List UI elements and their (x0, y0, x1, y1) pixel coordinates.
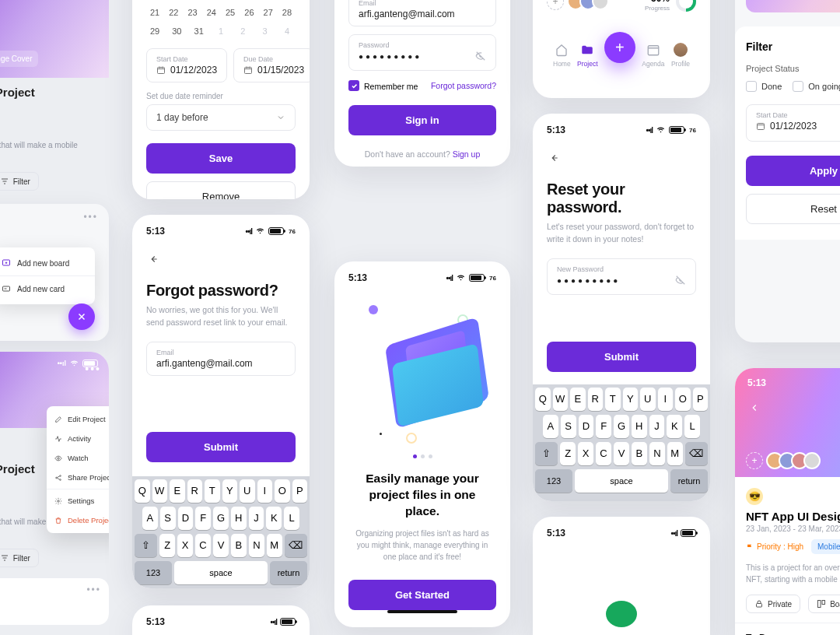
shift-key[interactable]: ⇧ (135, 534, 157, 557)
return-key[interactable]: return (270, 561, 307, 584)
key-f[interactable]: F (596, 415, 611, 438)
key-u[interactable]: U (640, 388, 656, 411)
private-button[interactable]: Private (746, 595, 800, 613)
mic-icon[interactable]: 🎤 (688, 501, 703, 502)
key-n[interactable]: N (649, 442, 665, 465)
space-key[interactable]: space (575, 469, 668, 493)
keyboard[interactable]: QWERTYUIOP ASDFGHJKL ⇧ZXCVBNM⌫ 123spacer… (533, 384, 710, 502)
filter-button[interactable]: Filter (0, 172, 39, 191)
key-t[interactable]: T (205, 479, 220, 503)
key-l[interactable]: L (284, 507, 299, 530)
return-key[interactable]: return (670, 469, 708, 493)
key-k[interactable]: K (266, 507, 282, 530)
key-d[interactable]: D (579, 415, 594, 438)
key-c[interactable]: C (195, 534, 211, 557)
more-icon[interactable]: ••• (85, 363, 101, 375)
key-i[interactable]: I (658, 388, 674, 411)
key-o[interactable]: O (275, 479, 290, 503)
remember-me-checkbox[interactable]: Remember me (348, 80, 418, 91)
key-z[interactable]: Z (560, 442, 576, 465)
key-r[interactable]: R (588, 388, 604, 411)
watch-item[interactable]: Watch (47, 448, 109, 468)
nav-home[interactable]: Home (553, 43, 571, 68)
key-f[interactable]: F (195, 507, 211, 530)
emoji-icon[interactable]: ☺ (540, 501, 552, 502)
signup-link[interactable]: Sign up (453, 149, 481, 159)
key-x[interactable]: X (177, 534, 193, 557)
more-icon[interactable]: ••• (83, 212, 98, 223)
back-button[interactable] (547, 153, 561, 167)
key-s[interactable]: S (561, 415, 576, 438)
eye-off-icon[interactable] (675, 275, 686, 288)
eye-off-icon[interactable] (475, 51, 486, 64)
keyboard[interactable]: QWERTYUIOP ASDFGHJKL ⇧ZXCVBNM⌫ 123spacer… (132, 476, 310, 589)
reset-button[interactable]: Reset (746, 194, 840, 224)
space-key[interactable]: space (174, 561, 268, 584)
key-a[interactable]: A (543, 415, 558, 438)
project-tag[interactable]: Mobile App (811, 539, 840, 554)
add-member-button[interactable]: + (547, 0, 564, 10)
signin-button[interactable]: Sign in (348, 105, 496, 135)
nav-profile[interactable]: Profile (671, 43, 690, 68)
add-card-item[interactable]: Add new card (0, 278, 95, 300)
board-view-button[interactable]: Board (808, 595, 840, 613)
key-g[interactable]: G (614, 415, 629, 438)
key-h[interactable]: H (632, 415, 647, 438)
key-r[interactable]: R (187, 479, 203, 503)
nav-agenda[interactable]: Agenda (642, 43, 664, 68)
backspace-key[interactable]: ⌫ (285, 534, 307, 557)
avatar[interactable] (592, 0, 609, 10)
settings-item[interactable]: Settings (47, 491, 109, 510)
key-z[interactable]: Z (159, 534, 175, 557)
shift-key[interactable]: ⇧ (535, 442, 558, 465)
key-y[interactable]: Y (222, 479, 238, 503)
save-button[interactable]: Save (146, 143, 296, 174)
key-j[interactable]: J (249, 507, 264, 530)
back-button[interactable] (146, 254, 160, 268)
ongoing-checkbox[interactable]: On going (793, 81, 840, 92)
backspace-key[interactable]: ⌫ (685, 442, 708, 465)
key-q[interactable]: Q (535, 388, 551, 411)
key-d[interactable]: D (178, 507, 194, 530)
task-card[interactable]: ••• (0, 578, 109, 625)
reminder-select[interactable]: 1 day before (146, 104, 296, 131)
back-button[interactable] (747, 402, 761, 416)
key-t[interactable]: T (605, 388, 621, 411)
numbers-key[interactable]: 123 (135, 561, 172, 584)
delete-project-item[interactable]: Delete Project (47, 510, 109, 530)
numbers-key[interactable]: 123 (535, 469, 572, 493)
done-checkbox[interactable]: Done (746, 81, 782, 92)
add-board-item[interactable]: Add new board (0, 252, 95, 274)
key-o[interactable]: O (675, 388, 691, 411)
key-v[interactable]: V (213, 534, 229, 557)
submit-button[interactable]: Submit (146, 432, 296, 462)
key-l[interactable]: L (684, 415, 700, 438)
key-b[interactable]: B (231, 534, 247, 557)
activity-item[interactable]: Activity (47, 429, 109, 448)
more-icon[interactable]: ••• (86, 584, 101, 595)
key-m[interactable]: M (267, 534, 282, 557)
start-date-field[interactable]: Start Date 01/12/2023 (146, 48, 227, 82)
key-n[interactable]: N (249, 534, 264, 557)
key-c[interactable]: C (596, 442, 611, 465)
nav-project[interactable]: Project (577, 43, 597, 68)
email-field[interactable]: Email arfi.ganteng@mail.com (348, 0, 496, 26)
key-g[interactable]: G (213, 507, 229, 530)
edit-project-item[interactable]: Edit Project (47, 409, 109, 429)
key-k[interactable]: K (667, 415, 682, 438)
close-fab[interactable] (68, 303, 95, 330)
key-w[interactable]: W (152, 479, 168, 503)
email-field[interactable]: Email arfi.ganteng@mail.com (146, 342, 296, 376)
due-date-field[interactable]: Due Date 01/15/2023 (233, 48, 310, 82)
change-cover-button[interactable]: Change Cover (0, 51, 38, 67)
new-password-field[interactable]: New Password ●●●●●●●●● (547, 258, 696, 295)
key-s[interactable]: S (160, 507, 176, 530)
key-p[interactable]: P (693, 388, 709, 411)
key-u[interactable]: U (240, 479, 255, 503)
key-w[interactable]: W (553, 388, 569, 411)
key-h[interactable]: H (231, 507, 247, 530)
filter-button[interactable]: Filter (0, 549, 39, 567)
filter-start-date[interactable]: Start Date 01/12/2023 (746, 104, 840, 142)
share-item[interactable]: Share Project (47, 468, 109, 487)
get-started-button[interactable]: Get Started (348, 580, 496, 610)
